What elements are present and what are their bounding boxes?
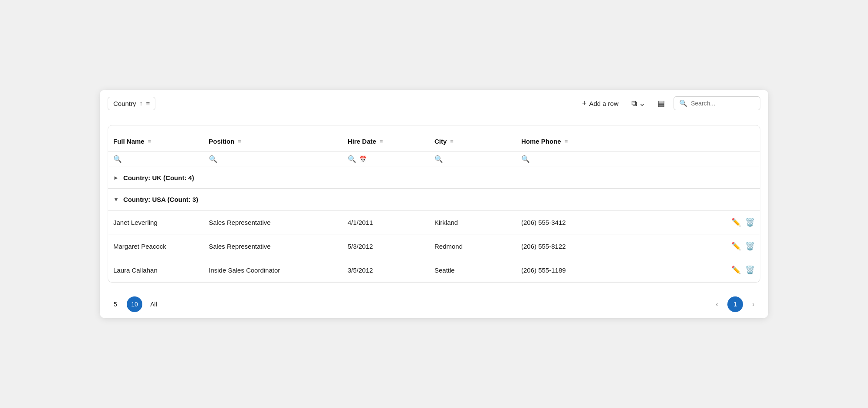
homephone-label: Home Phone (521, 138, 561, 145)
hiredate-filter-icon[interactable]: ≡ (380, 138, 383, 145)
homephone-filter-cell: 🔍 (516, 151, 760, 167)
delete-icon[interactable]: 🗑️ (745, 217, 755, 227)
search-input[interactable] (691, 100, 755, 107)
group-toggle-uk[interactable]: ► Country: UK (Count: 4) (113, 174, 755, 181)
table-border: Full Name ≡ Position ≡ Hire Date ≡ (108, 125, 760, 283)
group-usa-label: Country: USA (Count: 3) (123, 196, 198, 203)
search-icon: 🔍 (679, 99, 687, 107)
fullname-filter-cell: 🔍 (108, 151, 204, 167)
next-page-button[interactable]: › (746, 297, 760, 311)
col-homephone-header: Home Phone ≡ (516, 130, 760, 151)
table-row: Janet Leverling Sales Representative 4/1… (108, 211, 760, 234)
chevron-down-icon: ⌄ (639, 99, 645, 108)
edit-icon[interactable]: ✏️ (731, 217, 741, 227)
edit-icon[interactable]: ✏️ (731, 265, 741, 275)
plus-icon: + (582, 99, 587, 108)
cell-city: Seattle (429, 258, 516, 282)
cell-city: Kirkland (429, 211, 516, 234)
phone-value: (206) 555-1189 (521, 267, 566, 274)
cell-fullname: Laura Callahan (108, 258, 204, 282)
col-fullname-header: Full Name ≡ (108, 130, 204, 151)
fullname-search-icon[interactable]: 🔍 (113, 155, 122, 163)
position-filter-icon[interactable]: ≡ (238, 138, 241, 145)
group-toggle-usa[interactable]: ▼ Country: USA (Count: 3) (113, 196, 755, 203)
page-size-5-button[interactable]: 5 (108, 296, 123, 312)
phone-value: (206) 555-8122 (521, 243, 566, 250)
prev-page-button[interactable]: ‹ (710, 297, 724, 311)
main-container: Country ↑ ≡ + Add a row ⧉ ⌄ ▤ 🔍 (100, 90, 768, 318)
filter-icon: ≡ (146, 100, 150, 107)
row-actions: ✏️ 🗑️ (731, 217, 755, 227)
copy-icon: ⧉ (631, 99, 637, 108)
col-city-header: City ≡ (429, 130, 516, 151)
header-row: Full Name ≡ Position ≡ Hire Date ≡ (108, 130, 760, 151)
current-page-number: 1 (727, 296, 743, 312)
hiredate-filter-cell: 🔍 📅 (342, 151, 429, 167)
page-size-all-button[interactable]: All (146, 296, 161, 312)
country-label: Country (113, 100, 136, 107)
filter-row: 🔍 🔍 🔍 📅 (108, 151, 760, 167)
country-group-button[interactable]: Country ↑ ≡ (108, 97, 155, 110)
delete-icon[interactable]: 🗑️ (745, 265, 755, 275)
hiredate-calendar-icon[interactable]: 📅 (359, 155, 367, 163)
chevron-down-icon: ▼ (113, 196, 119, 203)
hiredate-label: Hire Date (348, 138, 376, 145)
columns-button[interactable]: ▤ (654, 96, 668, 111)
homephone-filter-icon[interactable]: ≡ (565, 138, 568, 145)
table-row: Margaret Peacock Sales Representative 5/… (108, 234, 760, 258)
page-size-10-button[interactable]: 10 (127, 296, 142, 312)
homephone-search-icon[interactable]: 🔍 (521, 155, 530, 163)
position-filter-cell: 🔍 (204, 151, 342, 167)
cell-city: Redmond (429, 234, 516, 258)
position-search-icon[interactable]: 🔍 (209, 155, 217, 163)
cell-position: Sales Representative (204, 234, 342, 258)
city-label: City (434, 138, 447, 145)
table-row: Laura Callahan Inside Sales Coordinator … (108, 258, 760, 282)
cell-position: Sales Representative (204, 211, 342, 234)
cell-position: Inside Sales Coordinator (204, 258, 342, 282)
position-label: Position (209, 138, 234, 145)
cell-homephone: (206) 555-3412 ✏️ 🗑️ (516, 211, 760, 234)
city-filter-icon[interactable]: ≡ (450, 138, 454, 145)
add-row-button[interactable]: + Add a row (578, 96, 623, 111)
cell-hiredate: 4/1/2011 (342, 211, 429, 234)
fullname-filter-icon[interactable]: ≡ (148, 138, 151, 145)
cell-fullname: Janet Leverling (108, 211, 204, 234)
cell-hiredate: 5/3/2012 (342, 234, 429, 258)
group-row-uk: ► Country: UK (Count: 4) (108, 167, 760, 189)
copy-button[interactable]: ⧉ ⌄ (628, 96, 649, 111)
fullname-label: Full Name (113, 138, 145, 145)
row-actions: ✏️ 🗑️ (731, 265, 755, 275)
chevron-right-icon: ► (113, 174, 119, 181)
cell-homephone: (206) 555-8122 ✏️ 🗑️ (516, 234, 760, 258)
pagination: 5 10 All ‹ 1 › (100, 290, 768, 318)
cell-fullname: Margaret Peacock (108, 234, 204, 258)
cell-homephone: (206) 555-1189 ✏️ 🗑️ (516, 258, 760, 282)
row-actions: ✏️ 🗑️ (731, 241, 755, 251)
group-uk-label: Country: UK (Count: 4) (123, 174, 194, 181)
delete-icon[interactable]: 🗑️ (745, 241, 755, 251)
group-row-usa: ▼ Country: USA (Count: 3) (108, 189, 760, 211)
columns-icon: ▤ (658, 99, 665, 108)
edit-icon[interactable]: ✏️ (731, 241, 741, 251)
toolbar: Country ↑ ≡ + Add a row ⧉ ⌄ ▤ 🔍 (100, 90, 768, 117)
sort-asc-icon: ↑ (140, 100, 143, 107)
data-table: Full Name ≡ Position ≡ Hire Date ≡ (108, 130, 760, 282)
hiredate-search-icon[interactable]: 🔍 (348, 155, 356, 163)
col-position-header: Position ≡ (204, 130, 342, 151)
phone-value: (206) 555-3412 (521, 219, 566, 226)
add-row-label: Add a row (589, 100, 618, 107)
page-nav: ‹ 1 › (710, 296, 760, 312)
city-search-icon[interactable]: 🔍 (434, 155, 443, 163)
search-box: 🔍 (674, 96, 760, 110)
cell-hiredate: 3/5/2012 (342, 258, 429, 282)
city-filter-cell: 🔍 (429, 151, 516, 167)
col-hiredate-header: Hire Date ≡ (342, 130, 429, 151)
